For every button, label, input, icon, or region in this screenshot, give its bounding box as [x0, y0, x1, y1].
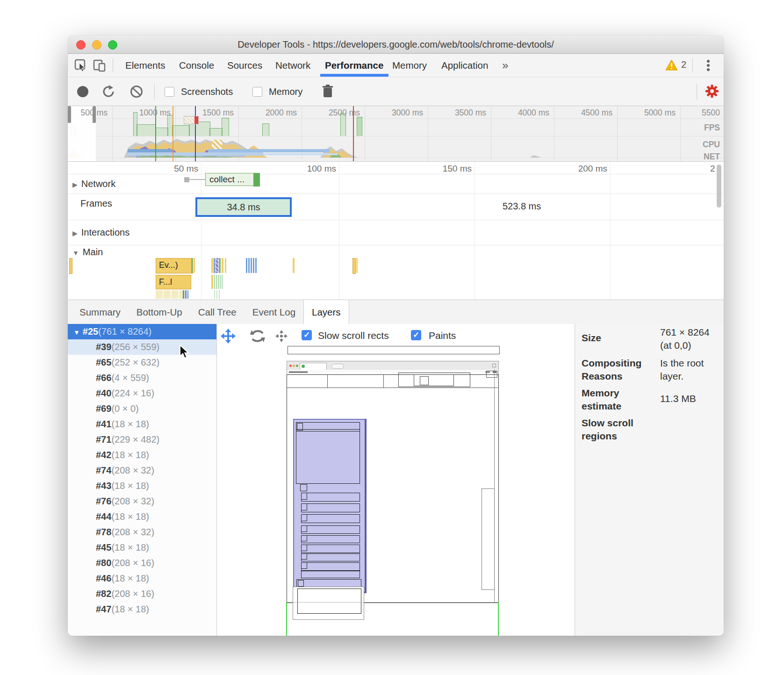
flame-task[interactable]	[185, 290, 187, 299]
interactions-lane[interactable]: ▶Interactions	[72, 227, 129, 238]
pan-mode-icon[interactable]	[221, 329, 236, 344]
tab-performance[interactable]: Performance	[324, 54, 384, 77]
flame-task[interactable]	[214, 258, 215, 273]
layer-tree-row[interactable]: #43(18 × 18)	[68, 478, 216, 494]
panel-tab-bottomup[interactable]: Bottom-Up	[129, 300, 190, 324]
overview-tick: 500 ms	[81, 108, 108, 118]
flame-task[interactable]	[222, 275, 223, 289]
tab-application[interactable]: Application	[440, 54, 489, 77]
flame-task[interactable]	[218, 275, 219, 289]
disclosure-down-icon[interactable]: ▼	[72, 249, 79, 257]
trash-icon[interactable]	[322, 84, 334, 98]
flame-task[interactable]	[69, 258, 72, 274]
flame-task[interactable]	[214, 275, 215, 289]
tab-console[interactable]: Console	[178, 54, 215, 77]
layer-tree-row[interactable]: #40(224 × 16)	[68, 386, 216, 401]
layer-tree-row[interactable]: #66(4 × 559)	[68, 370, 216, 386]
layer-tree-row[interactable]: #45(18 × 18)	[68, 540, 216, 555]
flame-task[interactable]	[214, 290, 215, 299]
memory-checkbox[interactable]	[252, 87, 262, 97]
layer-tree-row[interactable]: #69(0 × 0)	[68, 401, 216, 416]
disclosure-right-icon[interactable]: ▶	[72, 230, 78, 237]
layer-tree-row[interactable]: #42(18 × 18)	[68, 447, 216, 463]
reload-icon[interactable]	[101, 85, 115, 99]
layer-tree-row[interactable]: #65(252 × 632)	[68, 355, 216, 370]
layer-tree-row[interactable]: #47(18 × 18)	[68, 602, 216, 617]
flame-task[interactable]	[225, 258, 226, 273]
layer-tree-row[interactable]: #41(18 × 18)	[68, 416, 216, 432]
flame-task[interactable]	[211, 258, 213, 273]
layer-tree-row[interactable]: #82(208 × 16)	[68, 586, 216, 602]
flame-task[interactable]	[352, 258, 356, 274]
flame-function-bar[interactable]: F...l	[156, 275, 191, 289]
flame-task[interactable]	[216, 290, 217, 299]
flame-task[interactable]	[183, 290, 184, 299]
layer-tree-row[interactable]: #44(18 × 18)	[68, 509, 216, 524]
inspect-element-icon[interactable]	[74, 59, 87, 72]
network-lane[interactable]: ▶Network	[72, 179, 115, 189]
kebab-menu-icon[interactable]	[706, 59, 710, 72]
timeline-overview[interactable]: 500 ms 1000 ms 1500 ms 2000 ms 2500 ms 3…	[68, 106, 724, 162]
flame-task[interactable]	[248, 258, 250, 273]
selected-frame[interactable]: 34.8 ms	[195, 197, 292, 217]
main-lane[interactable]: ▼Main	[72, 247, 103, 258]
paints-checkbox[interactable]: ✓	[411, 330, 421, 340]
flame-task[interactable]	[220, 275, 221, 289]
tab-sources[interactable]: Sources	[226, 54, 263, 77]
frames-lane[interactable]: Frames	[80, 198, 112, 209]
flame-task[interactable]	[211, 275, 213, 289]
layer-tree-row[interactable]: #78(208 × 32)	[68, 524, 216, 540]
disclosure-down-icon[interactable]: ▼	[68, 329, 80, 336]
clear-icon[interactable]	[129, 85, 144, 99]
rotate-mode-icon[interactable]	[250, 329, 266, 344]
record-icon[interactable]	[76, 85, 89, 98]
flame-task[interactable]	[216, 258, 218, 273]
layer-tree-row[interactable]: #71(229 × 482)	[68, 432, 216, 447]
panel-tab-eventlog[interactable]: Event Log	[245, 300, 303, 324]
layer-tree-row[interactable]: #80(208 × 16)	[68, 555, 216, 571]
screenshot-thumbnail[interactable]	[184, 116, 199, 124]
flame-task[interactable]	[222, 258, 223, 273]
tab-network[interactable]: Network	[274, 54, 311, 77]
layer-tree-row[interactable]: #76(208 × 32)	[68, 494, 216, 509]
flame-scrollbar[interactable]	[717, 165, 721, 208]
flame-task[interactable]	[251, 258, 252, 273]
tab-memory[interactable]: Memory	[391, 54, 428, 77]
layers-canvas[interactable]: ✓ Slow scroll rects ✓ Paints	[217, 324, 574, 636]
flame-task[interactable]	[219, 258, 221, 273]
warning-icon[interactable]	[665, 59, 678, 71]
flame-task[interactable]	[191, 258, 193, 273]
panel-tab-calltree[interactable]: Call Tree	[190, 300, 245, 324]
layer-tree-row[interactable]: ▼#25(761 × 8264)	[68, 324, 216, 339]
reset-view-icon[interactable]	[274, 329, 289, 344]
disclosure-right-icon[interactable]: ▶	[72, 181, 78, 188]
layer-tree-row[interactable]: #46(18 × 18)	[68, 571, 216, 586]
selection-left-handle[interactable]	[68, 106, 71, 123]
warning-count[interactable]: 2	[681, 59, 686, 70]
flame-task[interactable]	[194, 258, 195, 273]
mini-traffic-light	[296, 365, 298, 367]
flame-task[interactable]	[219, 290, 220, 299]
flame-event-bar[interactable]: Ev...)	[156, 258, 193, 273]
network-request-bar[interactable]: collect ...	[205, 173, 257, 186]
more-tabs-chevron-icon[interactable]: »	[501, 54, 509, 77]
layer-tree-row[interactable]: #39(256 × 559)	[68, 339, 216, 355]
flame-task[interactable]	[253, 258, 254, 273]
screenshot-stage: Developer Tools - https://developers.goo…	[0, 0, 784, 675]
flame-chart[interactable]: 50 ms 100 ms 150 ms 200 ms 2 ▶Network co…	[68, 162, 724, 299]
screenshots-checkbox[interactable]	[165, 87, 174, 97]
slow-scroll-rects-checkbox[interactable]: ✓	[302, 330, 312, 340]
flame-task[interactable]	[293, 258, 295, 273]
flame-task[interactable]	[187, 290, 188, 299]
flame-task[interactable]	[246, 258, 247, 273]
flame-task[interactable]	[356, 258, 358, 273]
device-toolbar-icon[interactable]	[93, 59, 106, 72]
next-frame-time[interactable]: 523.8 ms	[503, 201, 541, 212]
settings-gear-icon[interactable]	[705, 84, 719, 98]
tab-elements[interactable]: Elements	[124, 54, 166, 77]
panel-tab-summary[interactable]: Summary	[72, 300, 129, 324]
panel-tab-layers[interactable]: Layers	[303, 300, 349, 324]
flame-task[interactable]	[255, 258, 257, 273]
flame-task[interactable]	[216, 275, 217, 289]
layer-tree-row[interactable]: #74(208 × 32)	[68, 463, 216, 478]
